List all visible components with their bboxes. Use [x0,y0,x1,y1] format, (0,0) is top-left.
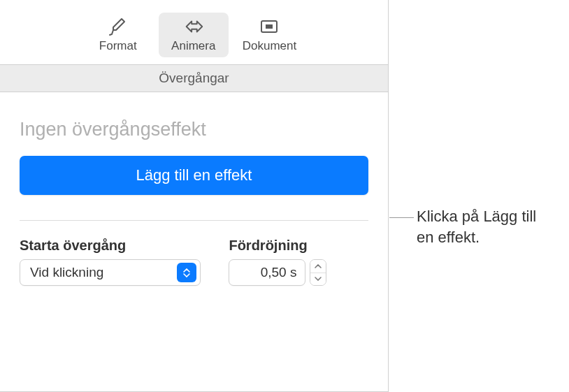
stepper-up-button[interactable] [310,260,326,273]
paintbrush-icon [107,17,129,36]
section-header-transitions: Övergångar [0,64,388,92]
add-effect-button[interactable]: Lägg till en effekt [20,156,368,195]
stepper-down-button[interactable] [310,273,326,286]
start-transition-value: Vid klickning [20,265,177,280]
start-transition-select[interactable]: Vid klickning [20,259,201,286]
tab-format-label: Format [99,39,137,53]
tab-format[interactable]: Format [83,13,153,57]
tab-document[interactable]: Dokument [234,13,305,57]
svg-rect-1 [266,24,273,29]
delay-label: Fördröjning [229,238,368,254]
divider [20,220,368,221]
tab-animate[interactable]: Animera [159,13,229,57]
animate-icon [182,17,205,36]
delay-stepper [310,259,326,286]
chevron-down-icon [315,277,322,281]
updown-icon [177,263,196,282]
toolbar: Format Animera Dokument [0,0,388,64]
delay-input[interactable] [229,259,305,286]
chevron-up-icon [315,264,322,268]
document-icon [258,17,280,36]
tab-document-label: Dokument [243,39,296,53]
callout-text: Klicka på Lägg till en effekt. [417,206,556,247]
callout-line [389,217,414,218]
start-transition-label: Starta övergång [20,238,201,254]
tab-animate-label: Animera [171,39,215,53]
inspector-panel: Format Animera Dokument [0,0,389,392]
effect-title: Ingen övergångseffekt [20,119,368,140]
